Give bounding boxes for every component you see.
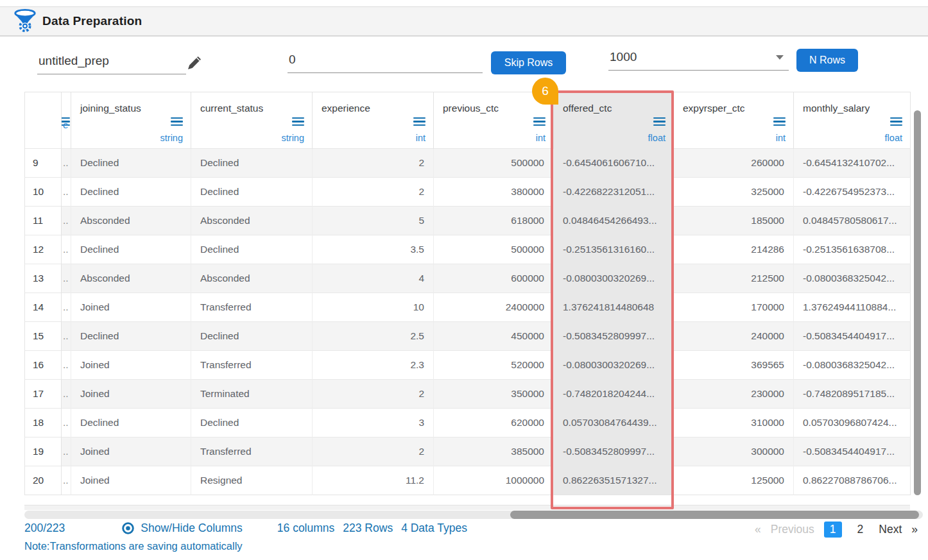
horizontal-scrollbar-thumb[interactable] bbox=[510, 511, 919, 519]
column-menu-icon[interactable] bbox=[653, 117, 666, 128]
funnel-gear-icon bbox=[13, 9, 37, 33]
column-header-joining_status[interactable]: joining_statusstring bbox=[71, 92, 191, 149]
column-menu-icon[interactable] bbox=[773, 117, 786, 128]
column-type-label: string bbox=[160, 133, 183, 143]
column-menu-icon[interactable] bbox=[890, 117, 902, 128]
column-header-monthly_salary[interactable]: monthly_salaryfloat bbox=[794, 92, 911, 149]
table-cell: 2 bbox=[313, 437, 434, 466]
next-page-button[interactable]: Next bbox=[879, 523, 902, 536]
table-cell: .. bbox=[62, 409, 71, 437]
column-type-label: string bbox=[282, 133, 304, 143]
table-cell: -0.5083454404917... bbox=[794, 437, 911, 466]
table-cell: Resigned bbox=[191, 466, 313, 495]
column-menu-icon[interactable] bbox=[533, 117, 546, 128]
table-cell: Declined bbox=[71, 235, 191, 264]
table-row: 12..DeclinedDeclined3.5500000-0.25135613… bbox=[25, 235, 911, 264]
table-cell: -0.0800368325042... bbox=[794, 351, 911, 380]
table-cell: 450000 bbox=[434, 322, 554, 351]
page-button-2[interactable]: 2 bbox=[852, 522, 870, 538]
column-header-offered_ctc[interactable]: offered_ctcfloat bbox=[554, 92, 674, 149]
table-cell: Transferred bbox=[191, 351, 313, 380]
table-cell: Joined bbox=[71, 351, 191, 380]
table-cell: 170000 bbox=[674, 293, 794, 322]
n-rows-select[interactable]: 1000 bbox=[608, 47, 789, 71]
column-type-label: int bbox=[416, 133, 425, 143]
column-name: monthly_salary bbox=[803, 103, 870, 114]
table-cell: -0.5083452809997... bbox=[554, 322, 674, 351]
table-cell: 520000 bbox=[434, 351, 554, 380]
table-cell: 260000 bbox=[674, 149, 794, 178]
pagination: « Previous 12 Next » bbox=[755, 522, 918, 538]
table-cell: 620000 bbox=[434, 409, 554, 437]
row-number-cell: 18 bbox=[25, 409, 62, 437]
table-cell: 125000 bbox=[674, 466, 794, 495]
column-menu-icon[interactable] bbox=[292, 117, 304, 128]
table-cell: 2 bbox=[313, 380, 434, 409]
row-number-cell: 10 bbox=[25, 178, 62, 207]
column-menu-icon[interactable] bbox=[413, 117, 425, 128]
table-cell: Joined bbox=[71, 466, 191, 495]
show-hide-columns-button[interactable]: Show/Hide Columns bbox=[121, 522, 243, 535]
table-cell: 230000 bbox=[674, 380, 794, 409]
column-header-experience[interactable]: experienceint bbox=[313, 92, 434, 149]
table-cell: Declined bbox=[191, 322, 313, 351]
table-cell: 214286 bbox=[674, 235, 794, 264]
table-cell: Declined bbox=[191, 409, 313, 437]
prep-name-input[interactable]: untitled_prep bbox=[37, 51, 186, 74]
row-number-header bbox=[25, 92, 62, 149]
table-cell: .. bbox=[62, 149, 71, 178]
table-row: 18..DeclinedDeclined36200000.05703084764… bbox=[25, 409, 911, 437]
table-cell: 2 bbox=[313, 178, 434, 207]
rows-count: 223 Rows bbox=[343, 522, 393, 535]
table-row: 10..DeclinedDeclined2380000-0.4226822312… bbox=[25, 178, 911, 207]
table-cell: Joined bbox=[71, 293, 191, 322]
previous-page-arrow[interactable]: « bbox=[755, 523, 761, 536]
previous-page-button[interactable]: Previous bbox=[771, 523, 814, 536]
row-number-cell: 20 bbox=[25, 466, 62, 495]
data-table: ejoining_statusstringcurrent_statusstrin… bbox=[24, 92, 910, 495]
truncated-column-header[interactable]: e bbox=[62, 92, 71, 149]
table-cell: 1.376241814480648 bbox=[554, 293, 674, 322]
table-row: 15..DeclinedDeclined2.5450000-0.50834528… bbox=[25, 322, 911, 351]
table-cell: 5 bbox=[313, 207, 434, 235]
table-cell: -0.6454061606710... bbox=[554, 149, 674, 178]
columns-count: 16 columns bbox=[277, 522, 335, 535]
table-cell: 212500 bbox=[674, 264, 794, 293]
table-cell: Joined bbox=[71, 437, 191, 466]
table-cell: .. bbox=[62, 235, 71, 264]
skip-rows-input[interactable]: 0 bbox=[288, 50, 483, 73]
row-count-indicator: 200/223 bbox=[24, 522, 65, 535]
table-cell: 1.37624944110884... bbox=[794, 293, 911, 322]
annotation-badge: 6 bbox=[532, 78, 558, 105]
table-cell: 0.86226351571327... bbox=[554, 466, 674, 495]
table-cell: Absconded bbox=[191, 207, 313, 235]
column-type-label: int bbox=[776, 133, 786, 143]
pencil-icon[interactable] bbox=[187, 55, 202, 71]
table-cell: 3 bbox=[313, 409, 434, 437]
column-header-expyrsper_ctc[interactable]: expyrsper_ctcint bbox=[674, 92, 794, 149]
n-rows-button[interactable]: N Rows bbox=[796, 49, 858, 72]
n-rows-selected-value: 1000 bbox=[610, 50, 637, 64]
table-cell: Absconded bbox=[191, 264, 313, 293]
column-header-current_status[interactable]: current_statusstring bbox=[191, 92, 313, 149]
page-button-1[interactable]: 1 bbox=[824, 522, 842, 538]
skip-rows-button[interactable]: Skip Rows bbox=[491, 51, 566, 74]
table-cell: Absconded bbox=[71, 207, 191, 235]
table-cell: -0.0800300320269... bbox=[554, 351, 674, 380]
vertical-scrollbar-thumb[interactable] bbox=[914, 110, 921, 495]
table-cell: -0.5083454404917... bbox=[794, 322, 911, 351]
table-cell: Joined bbox=[71, 380, 191, 409]
column-menu-icon[interactable] bbox=[171, 117, 183, 128]
table-cell: 1000000 bbox=[434, 466, 554, 495]
table-cell: Declined bbox=[71, 409, 191, 437]
table-cell: 300000 bbox=[674, 437, 794, 466]
horizontal-scrollbar-track[interactable] bbox=[24, 511, 923, 519]
row-number-cell: 16 bbox=[25, 351, 62, 380]
column-type-label: float bbox=[648, 133, 666, 143]
table-cell: .. bbox=[62, 351, 71, 380]
table-cell: Transferred bbox=[191, 437, 313, 466]
table-row: 9..DeclinedDeclined2500000-0.64540616067… bbox=[25, 149, 911, 178]
table-cell: 325000 bbox=[674, 178, 794, 207]
table-cell: Declined bbox=[191, 235, 313, 264]
next-page-arrow[interactable]: » bbox=[911, 523, 918, 536]
